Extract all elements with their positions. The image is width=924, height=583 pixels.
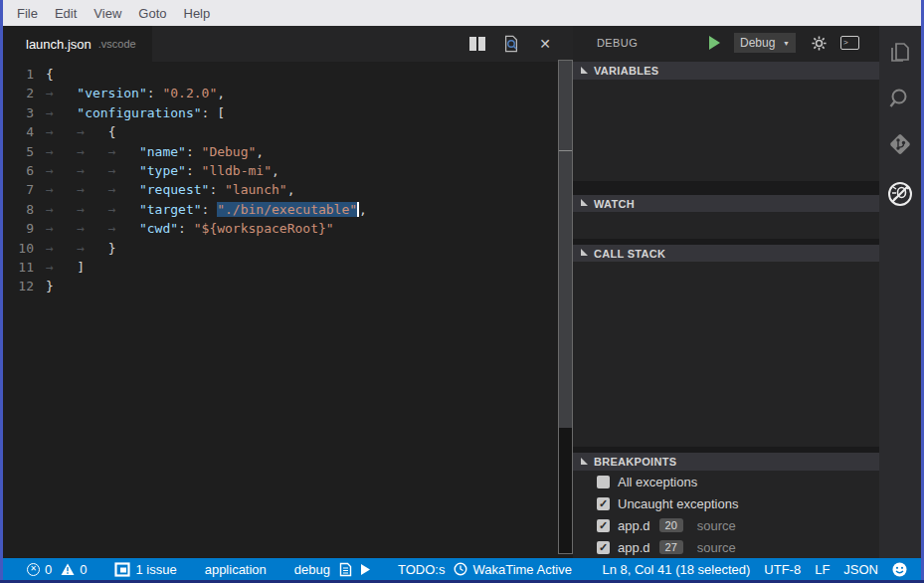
code-line[interactable]: 1{ bbox=[3, 65, 558, 84]
scrollbar-thumb-top[interactable] bbox=[559, 61, 572, 151]
breakpoint-line-badge: 20 bbox=[659, 518, 683, 532]
menu-view[interactable]: View bbox=[93, 6, 121, 21]
breakpoint-label: Uncaught exceptions bbox=[618, 496, 738, 511]
issues-icon bbox=[114, 562, 130, 577]
checkbox-checked[interactable]: ✓ bbox=[597, 541, 610, 554]
section-header-call-stack[interactable]: CALL STACK bbox=[573, 245, 879, 262]
editor-scrollbar[interactable] bbox=[558, 60, 573, 554]
search-icon[interactable] bbox=[885, 84, 915, 113]
code-line[interactable]: 4→ → { bbox=[3, 122, 558, 141]
code-token: → bbox=[77, 221, 107, 236]
code-token: "name" bbox=[139, 144, 186, 159]
section-header-breakpoints[interactable]: BREAKPOINTS bbox=[573, 453, 879, 471]
code-line[interactable]: 5→ → → "name": "Debug", bbox=[3, 142, 558, 161]
todos-label: TODO:s bbox=[398, 562, 445, 577]
split-editor-icon[interactable] bbox=[467, 34, 487, 54]
status-bar: ✕ 0 0 1 issue applica bbox=[3, 558, 921, 580]
chevron-down-icon: ▼ bbox=[783, 40, 790, 47]
status-application[interactable]: application bbox=[205, 562, 267, 577]
run-play-icon[interactable] bbox=[361, 564, 370, 575]
checkbox-checked[interactable]: ✓ bbox=[597, 497, 610, 510]
scrollbar-thumb-bottom[interactable] bbox=[559, 151, 572, 428]
menu-edit[interactable]: Edit bbox=[55, 6, 77, 21]
status-wakatime[interactable]: WakaTime Active bbox=[454, 562, 571, 577]
explorer-files-icon[interactable] bbox=[885, 38, 915, 68]
code-line[interactable]: 9→ → → "cwd": "${workspaceRoot}" bbox=[3, 219, 558, 238]
code-token: , bbox=[359, 202, 367, 217]
section-gap bbox=[573, 181, 879, 195]
collapse-triangle-icon bbox=[581, 249, 588, 256]
issues-indicator[interactable]: 1 issue bbox=[114, 562, 176, 577]
code-line[interactable]: 11→ ] bbox=[3, 258, 558, 277]
code-line[interactable]: 12} bbox=[3, 277, 558, 295]
vscode-window: File Edit View Goto Help launch.json .vs… bbox=[0, 0, 924, 583]
wakatime-label: WakaTime Active bbox=[472, 562, 571, 577]
tab-launch-json[interactable]: launch.json .vscode bbox=[3, 26, 152, 62]
start-debug-button[interactable] bbox=[709, 36, 720, 50]
code-line[interactable]: 6→ → → "type": "lldb-mi", bbox=[3, 161, 558, 180]
line-number: 3 bbox=[3, 103, 46, 122]
breakpoint-row[interactable]: ✓Uncaught exceptions bbox=[573, 492, 879, 514]
error-count[interactable]: ✕ 0 bbox=[27, 562, 52, 577]
language-mode[interactable]: JSON bbox=[843, 562, 878, 577]
preview-search-icon[interactable] bbox=[501, 34, 521, 54]
encoding-indicator[interactable]: UTF-8 bbox=[764, 562, 801, 577]
breakpoint-row[interactable]: ✓app.d20source bbox=[573, 514, 879, 536]
section-label: CALL STACK bbox=[594, 248, 665, 260]
cursor-position[interactable]: Ln 8, Col 41 (18 selected) bbox=[602, 562, 750, 577]
code-token: : bbox=[178, 221, 194, 236]
checkbox-checked[interactable]: ✓ bbox=[597, 519, 610, 532]
checkbox-unchecked[interactable] bbox=[597, 476, 610, 488]
breakpoint-row[interactable]: ✓app.d27source bbox=[573, 536, 879, 558]
line-number: 4 bbox=[3, 122, 46, 141]
code-token: → bbox=[46, 260, 77, 275]
breakpoint-row[interactable]: All exceptions bbox=[573, 471, 879, 492]
launch-config-dropdown[interactable]: Debug ▼ bbox=[734, 33, 796, 53]
code-token: } bbox=[108, 241, 116, 256]
section-header-variables[interactable]: VARIABLES bbox=[573, 62, 879, 80]
code-token: "version" bbox=[77, 86, 146, 100]
feedback-smiley-icon[interactable] bbox=[892, 562, 907, 577]
code-line[interactable]: 8→ → → "target": "./bin/executable", bbox=[3, 200, 558, 219]
menu-file[interactable]: File bbox=[17, 6, 38, 21]
menu-goto[interactable]: Goto bbox=[138, 6, 166, 21]
menu-help[interactable]: Help bbox=[184, 6, 211, 21]
code-line[interactable]: 7→ → → "request": "launch", bbox=[3, 180, 558, 199]
code-token: "Debug" bbox=[202, 144, 257, 159]
language-label: JSON bbox=[843, 562, 878, 577]
code-token: "request" bbox=[139, 182, 209, 197]
code-line[interactable]: 10→ → } bbox=[3, 239, 558, 258]
debug-panel-title: DEBUG bbox=[597, 37, 638, 49]
warning-triangle-icon bbox=[61, 563, 75, 576]
code-token: "configurations" bbox=[77, 105, 201, 120]
configure-gear-icon[interactable] bbox=[811, 35, 828, 52]
code-token: → bbox=[46, 221, 77, 236]
code-token: ] bbox=[77, 260, 85, 275]
document-icon[interactable] bbox=[339, 562, 352, 577]
status-debug[interactable]: debug bbox=[294, 562, 330, 577]
line-number: 10 bbox=[3, 239, 46, 258]
git-source-control-icon[interactable] bbox=[885, 129, 915, 159]
breakpoint-line-badge: 27 bbox=[659, 540, 683, 554]
close-editor-icon[interactable]: ✕ bbox=[535, 34, 555, 54]
line-number: 6 bbox=[3, 161, 46, 180]
error-count-value: 0 bbox=[45, 562, 52, 577]
call-stack-body[interactable] bbox=[573, 262, 879, 447]
code-token: , bbox=[256, 144, 264, 159]
line-number: 9 bbox=[3, 219, 46, 238]
debug-console-icon[interactable]: > bbox=[840, 36, 859, 50]
eol-indicator[interactable]: LF bbox=[815, 562, 830, 577]
code-token: : bbox=[202, 202, 218, 217]
variables-body[interactable] bbox=[573, 80, 879, 181]
code-line[interactable]: 2→ "version": "0.2.0", bbox=[3, 84, 558, 102]
debug-no-bug-icon[interactable] bbox=[885, 179, 915, 209]
code-line[interactable]: 3→ "configurations": [ bbox=[3, 103, 558, 122]
code-editor[interactable]: 1{2→ "version": "0.2.0",3→ "configuratio… bbox=[3, 62, 558, 558]
watch-body[interactable] bbox=[573, 212, 879, 239]
warning-count[interactable]: 0 bbox=[61, 562, 87, 577]
status-todos[interactable]: TODO:s bbox=[398, 562, 445, 577]
code-token: "type" bbox=[139, 163, 186, 178]
section-header-watch[interactable]: WATCH bbox=[573, 195, 879, 212]
code-token: : bbox=[209, 182, 225, 197]
code-token: → bbox=[108, 221, 139, 236]
